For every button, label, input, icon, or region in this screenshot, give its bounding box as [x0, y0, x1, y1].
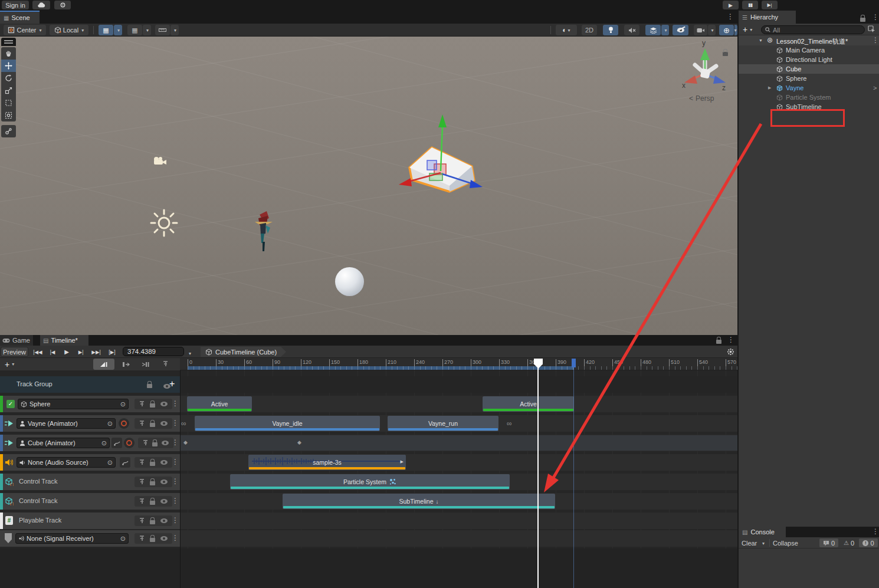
console-warning-badge[interactable]: ⚠ 0 [840, 538, 858, 547]
time-field[interactable]: 374.4389 [123, 347, 184, 356]
control1-eye-icon[interactable] [160, 479, 168, 484]
console-collapse-button[interactable]: Collapse [773, 540, 798, 547]
tool-view-hand[interactable] [1, 47, 16, 60]
scene-panel-menu[interactable]: ⋮ [727, 14, 734, 19]
audio-track-lane[interactable]: sample-3s ▶ [180, 454, 737, 471]
2d-toggle-button[interactable]: 2D [582, 25, 597, 35]
settings-button[interactable] [54, 1, 71, 9]
vayne-target-icon[interactable]: ⊙ [107, 420, 113, 428]
sphere-lock-icon[interactable] [150, 403, 155, 408]
playable-lock-icon[interactable] [150, 520, 155, 524]
control1-track-menu[interactable]: ⋮ [172, 478, 179, 484]
timeline-play-button[interactable]: ▶ [60, 347, 73, 357]
cube-track-menu[interactable]: ⋮ [172, 439, 179, 445]
animation-clip[interactable]: Vayne_idle [195, 416, 380, 431]
scene-sphere-object[interactable] [335, 267, 364, 296]
hierarchy-item-sphere[interactable]: Sphere [739, 74, 879, 83]
scene-picker-button[interactable] [868, 25, 875, 33]
timeline-empty-area[interactable] [0, 548, 737, 588]
edit-mode-replace-button[interactable] [136, 359, 154, 370]
control1-track-lane[interactable]: Particle System [180, 474, 737, 490]
scene-effects-dropdown[interactable]: ▾ [661, 25, 669, 35]
track-group-header[interactable]: Track Group + [0, 376, 180, 393]
sphere-eye-icon[interactable] [160, 402, 168, 406]
scene-effects-button[interactable] [645, 25, 661, 35]
console-clear-dropdown[interactable]: ▾ [762, 541, 765, 546]
tool-scale[interactable] [1, 84, 16, 97]
control-clip-particle[interactable]: Particle System [230, 474, 510, 490]
console-error-badge[interactable]: ! 0 [859, 538, 878, 547]
timeline-panel-menu[interactable]: ⋮ [727, 337, 734, 343]
hierarchy-search-input[interactable]: All [761, 25, 865, 34]
track-row-audio[interactable]: None (Audio Source) ⊙ ⋮ sample-3s ▶ [0, 454, 737, 471]
timeline-lock-icon[interactable] [716, 340, 721, 344]
cloud-button[interactable] [32, 1, 50, 9]
cube-pin-icon[interactable] [143, 439, 148, 446]
signal-track-header[interactable]: None (Signal Receiver) ⊙ ⋮ [0, 530, 180, 547]
scene-visibility-button[interactable] [673, 25, 688, 35]
tool-rotate[interactable] [1, 72, 16, 84]
track-row-cube[interactable]: Cube (Animator) ⊙ ⋮ ◆ ◆ [0, 435, 737, 451]
time-field-dropdown[interactable]: ▾ [188, 349, 191, 356]
vayne-eye-icon[interactable] [160, 421, 168, 426]
vayne-track-header[interactable]: Vayne (Animator) ⊙ ⋮ [0, 415, 180, 432]
add-track-button[interactable]: +▾ [5, 359, 14, 369]
signal-track-menu[interactable]: ⋮ [172, 535, 179, 541]
audio-track-header[interactable]: None (Audio Source) ⊙ ⋮ [0, 454, 180, 471]
vayne-object-field[interactable]: Vayne (Animator) ⊙ [17, 418, 116, 429]
signal-object-field[interactable]: None (Signal Receiver) ⊙ [15, 533, 129, 544]
cube-eye-icon[interactable] [162, 441, 169, 445]
scene-light-gizmo-icon[interactable] [150, 209, 178, 237]
projection-label[interactable]: < Persp [689, 94, 714, 103]
tab-console[interactable]: ▤ Console [739, 527, 786, 537]
grid-visual-button[interactable]: ▦ [127, 25, 142, 35]
subtimeline-drilldown-icon[interactable]: ↓ [435, 498, 438, 505]
playable-track-lane[interactable] [180, 513, 737, 529]
vayne-track-menu[interactable]: ⋮ [172, 420, 179, 426]
timeline-breadcrumb[interactable]: CubeTimeline (Cube) [201, 347, 286, 357]
control-track-header[interactable]: {} Control Track ⋮ [0, 474, 180, 490]
grid-snap-dropdown[interactable]: ▾ [114, 25, 122, 35]
audio-curves-button[interactable] [120, 457, 130, 468]
signal-target-icon[interactable]: ⊙ [120, 535, 126, 543]
audio-track-menu[interactable]: ⋮ [172, 459, 179, 465]
vayne-track-lane[interactable]: ∞ Vayne_idle Vayne_run ∞ [180, 415, 737, 432]
scene-viewport[interactable]: y x z < Persp [0, 37, 737, 335]
next-frame-button[interactable]: ▶| [74, 347, 87, 357]
playable-pin-icon[interactable] [139, 517, 145, 524]
step-button[interactable]: ▶| [762, 1, 778, 9]
scene-cube-object[interactable] [378, 112, 484, 201]
control2-pin-icon[interactable] [139, 498, 145, 505]
tools-drag-handle[interactable] [1, 38, 16, 46]
axis-x-cone[interactable] [684, 75, 697, 84]
track-group-lock-icon[interactable] [147, 384, 152, 388]
tab-hierarchy[interactable]: ☰ Hierarchy [739, 11, 796, 24]
play-button[interactable]: ▶ [723, 1, 739, 9]
hierarchy-item-particle-system[interactable]: Particle System [739, 93, 879, 102]
tool-handle-pivot-button[interactable]: Center▾ [4, 25, 46, 35]
tab-game[interactable]: Game [0, 335, 33, 346]
pause-button[interactable]: ▮▮ [742, 1, 758, 9]
activation-clip[interactable]: Active [187, 396, 252, 412]
control1-pin-icon[interactable] [139, 478, 145, 485]
vayne-record-button[interactable] [119, 418, 129, 429]
sphere-active-checkbox[interactable]: ✓ [6, 400, 15, 408]
hierarchy-lock-icon[interactable] [860, 18, 865, 22]
hierarchy-item-cube[interactable]: Cube [739, 64, 879, 74]
keyframe-diamond-icon[interactable]: ◆ [297, 439, 301, 445]
hierarchy-panel-menu[interactable]: ⋮ [872, 14, 879, 20]
timeline-header-divider[interactable] [180, 370, 181, 588]
edit-mode-mix-button[interactable] [93, 359, 114, 370]
control2-lock-icon[interactable] [150, 501, 155, 505]
scene-lighting-button[interactable] [603, 25, 618, 35]
audio-target-icon[interactable]: ⊙ [107, 459, 113, 467]
console-clear-button[interactable]: Clear [742, 540, 757, 547]
console-log-area[interactable] [739, 548, 879, 588]
tab-scene[interactable]: ▦ Scene [0, 11, 40, 24]
console-panel-menu[interactable]: ⋮ [872, 528, 879, 534]
scene-camera-gizmo-icon[interactable] [152, 156, 168, 166]
snap-increment-dropdown[interactable]: ▾ [170, 25, 179, 35]
scene-camera-button[interactable] [694, 25, 707, 35]
hierarchy-item-directional-light[interactable]: Directional Light [739, 55, 879, 64]
hierarchy-item-main-camera[interactable]: Main Camera [739, 45, 879, 55]
